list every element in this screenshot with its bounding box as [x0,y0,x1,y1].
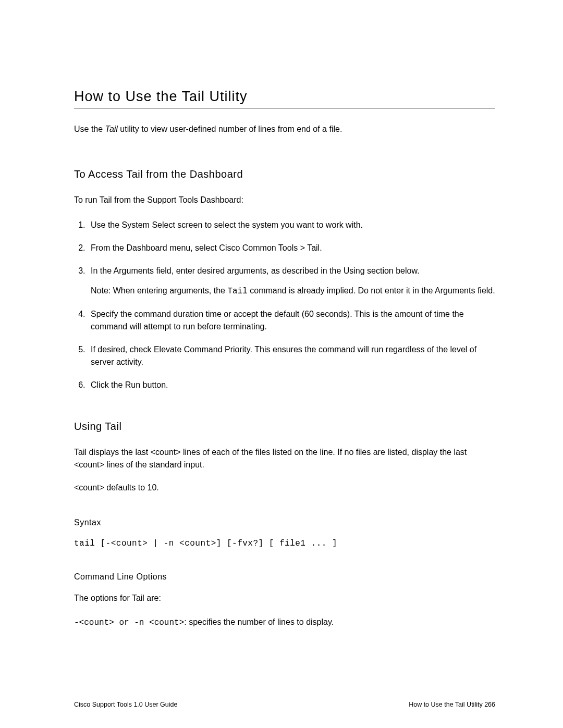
intro-paragraph: Use the Tail utility to view user-define… [74,123,495,135]
intro-suffix: utility to view user-defined number of l… [118,125,342,133]
step-6: Click the Run button. [88,379,495,391]
page-title: How to Use the Tail Utility [74,89,495,108]
footer-left: Cisco Support Tools 1.0 User Guide [74,701,177,708]
page-footer: Cisco Support Tools 1.0 User Guide How t… [74,701,495,708]
step-5: If desired, check Elevate Command Priori… [88,343,495,368]
section-using-heading: Using Tail [74,421,495,433]
note-code: Tail [227,287,247,296]
intro-prefix: Use the [74,125,105,133]
options-heading: Command Line Options [74,572,495,582]
using-p2: <count> defaults to 10. [74,482,495,494]
options-lead: The options for Tail are: [74,592,495,604]
intro-italic: Tail [105,125,118,133]
option-code: -<count> or -n <count> [74,618,184,627]
option-desc: : specifies the number of lines to displ… [184,618,334,626]
steps-list: Use the System Select screen to select t… [74,219,495,391]
document-page: How to Use the Tail Utility Use the Tail… [0,0,563,728]
step-4: Specify the command duration time or acc… [88,308,495,333]
syntax-heading: Syntax [74,518,495,527]
section-access-heading: To Access Tail from the Dashboard [74,168,495,180]
syntax-line: tail [-<count> | -n <count>] [-fvx?] [ f… [74,539,495,548]
note-suffix: command is already implied. Do not enter… [248,286,495,295]
step-3-note: Note: When entering arguments, the Tail … [91,285,495,298]
using-p1: Tail displays the last <count> lines of … [74,446,495,471]
step-3: In the Arguments field, enter desired ar… [88,265,495,298]
access-lead: To run Tail from the Support Tools Dashb… [74,194,495,206]
footer-right: How to Use the Tail Utility 266 [409,701,495,708]
step-1: Use the System Select screen to select t… [88,219,495,231]
option-line: -<count> or -n <count>: specifies the nu… [74,616,495,629]
step-2: From the Dashboard menu, select Cisco Co… [88,242,495,254]
step-3-text: In the Arguments field, enter desired ar… [91,266,420,275]
note-prefix: Note: When entering arguments, the [91,286,227,295]
